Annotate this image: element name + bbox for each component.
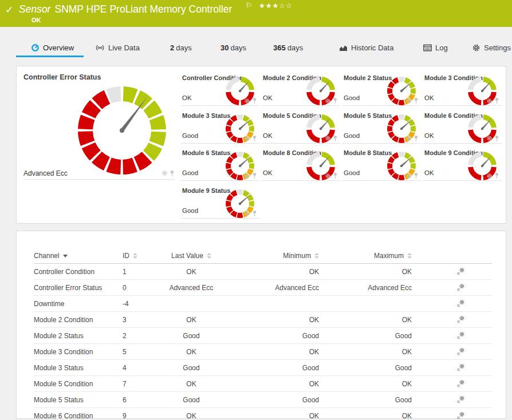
gear-icon[interactable] <box>244 135 250 141</box>
gear-icon[interactable] <box>325 98 331 104</box>
tab-historic-data[interactable]: Historic Data <box>339 43 393 52</box>
gear-icon[interactable] <box>486 135 493 141</box>
gauge-value: Good <box>182 169 198 176</box>
gauge-cell-module-6-condition: Module 6 ConditionOK <box>423 110 501 148</box>
gear-icon[interactable] <box>405 98 412 104</box>
gauge-cell-module-5-condition: Module 5 ConditionOK <box>262 110 339 148</box>
gear-icon[interactable] <box>162 170 168 176</box>
pin-icon[interactable] <box>494 135 499 142</box>
channel-settings-icon[interactable] <box>456 395 492 404</box>
tab-live-data[interactable]: Live Data <box>95 43 140 52</box>
pin-icon[interactable] <box>252 135 257 142</box>
gear-icon[interactable] <box>405 173 412 179</box>
star-icon[interactable]: ★ <box>266 2 273 10</box>
pin-icon[interactable] <box>333 97 338 104</box>
cell-id: 6 <box>123 396 154 404</box>
channel-settings-icon[interactable] <box>456 315 492 324</box>
star-icon[interactable]: ★ <box>259 2 266 10</box>
star-icon[interactable]: ☆ <box>279 2 286 10</box>
pin-icon[interactable] <box>333 135 338 142</box>
cell-minimum: Good <box>229 364 326 372</box>
sensor-title: SNMP HPE ProLiant Memory Controller <box>54 3 232 15</box>
channel-settings-icon[interactable] <box>456 379 492 388</box>
gear-icon[interactable] <box>244 173 250 179</box>
cell-last-value: OK <box>154 268 229 276</box>
column-header-id[interactable]: ID <box>123 252 137 260</box>
star-icon[interactable]: ★ <box>273 2 279 10</box>
gauge-title: Module 5 Status <box>344 112 392 119</box>
gear-icon[interactable] <box>244 98 250 104</box>
gauge-title: Module 3 Status <box>182 112 230 119</box>
tab-2-days[interactable]: 2days <box>170 43 192 52</box>
gauge-cell-module-5-status: Module 5 StatusGood <box>342 110 420 148</box>
cell-channel: Controller Condition <box>34 268 123 276</box>
controller-error-status-gauge <box>76 85 168 176</box>
tab-overview[interactable]: Overview <box>31 43 74 52</box>
pin-icon[interactable] <box>413 172 419 179</box>
cell-id: 2 <box>123 332 154 340</box>
broadcast-icon <box>95 44 105 51</box>
tab-bar: OverviewLive Data2days30days365daysHisto… <box>0 27 512 59</box>
column-header-minimum[interactable]: Minimum <box>283 252 319 260</box>
pin-icon[interactable] <box>413 97 419 104</box>
table-row: Controller Error Status0Advanced EccAdva… <box>34 280 492 296</box>
table-row: Module 6 Condition9OKOKOK <box>34 408 492 420</box>
table-row: Module 5 Status6GoodGoodGood <box>34 392 492 408</box>
sort-icon <box>314 253 319 259</box>
cell-maximum: OK <box>326 380 419 388</box>
column-header-maximum[interactable]: Maximum <box>374 252 412 260</box>
gauge-cell-module-3-status: Module 3 StatusGood <box>181 110 258 148</box>
pin-icon[interactable] <box>252 210 257 217</box>
tab-settings[interactable]: Settings <box>472 43 511 52</box>
pin-icon[interactable] <box>494 172 499 179</box>
pin-icon[interactable] <box>252 172 257 179</box>
cell-channel: Module 2 Condition <box>34 316 123 324</box>
table-row: Module 2 Condition3OKOKOK <box>34 312 492 328</box>
sort-icon <box>407 253 412 259</box>
table-row: Module 5 Condition7OKOKOK <box>34 376 492 392</box>
gauge-value: Advanced Ecc <box>23 169 68 177</box>
star-icon[interactable]: ☆ <box>286 2 293 10</box>
flag-icon[interactable]: ⚐ <box>246 1 253 10</box>
cell-id: 3 <box>123 316 154 324</box>
gear-icon[interactable] <box>486 98 493 104</box>
pin-icon[interactable] <box>333 172 338 179</box>
pin-icon[interactable] <box>170 170 175 177</box>
channel-settings-icon[interactable] <box>456 267 492 276</box>
rating-stars[interactable]: ★★★☆☆ <box>259 2 293 10</box>
gauge-value: OK <box>182 94 192 101</box>
gear-icon[interactable] <box>244 210 250 216</box>
table-row: Module 3 Status4GoodGoodGood <box>34 360 492 376</box>
cell-id: 4 <box>123 364 154 372</box>
table-row: Module 2 Status2GoodGoodGood <box>34 328 492 344</box>
gear-icon[interactable] <box>325 135 331 141</box>
pin-icon[interactable] <box>413 135 419 142</box>
channel-settings-icon[interactable] <box>456 283 492 292</box>
cell-last-value: OK <box>154 380 229 388</box>
column-header-last-value[interactable]: Last Value <box>171 252 211 260</box>
gear-icon[interactable] <box>405 135 412 141</box>
gear-icon[interactable] <box>325 173 331 179</box>
channel-settings-icon[interactable] <box>456 331 492 340</box>
ok-check-icon: ✓ <box>5 4 13 16</box>
gauge-value: Good <box>344 132 360 139</box>
gauge-cell-module-9-condition: Module 9 ConditionOK <box>423 148 501 185</box>
channel-settings-icon[interactable] <box>456 411 492 420</box>
pin-icon[interactable] <box>252 97 257 104</box>
tab-log[interactable]: Log <box>423 43 448 52</box>
table-row: Controller Condition1OKOKOK <box>34 264 492 280</box>
tab-30-days[interactable]: 30days <box>220 43 246 52</box>
sensor-type-label: Sensor <box>19 3 50 15</box>
channel-settings-icon[interactable] <box>456 299 492 308</box>
gauge-value: OK <box>424 94 434 101</box>
cell-maximum: OK <box>326 412 419 420</box>
column-header-channel[interactable]: Channel <box>34 252 68 260</box>
gauge-value: Good <box>344 94 360 101</box>
pin-icon[interactable] <box>494 97 499 104</box>
channel-settings-icon[interactable] <box>456 363 492 372</box>
gear-icon[interactable] <box>486 173 493 179</box>
gauge-value: Good <box>182 207 198 214</box>
channel-settings-icon[interactable] <box>456 347 492 356</box>
tab-365-days[interactable]: 365days <box>273 43 303 52</box>
gauge-value: OK <box>263 169 273 176</box>
